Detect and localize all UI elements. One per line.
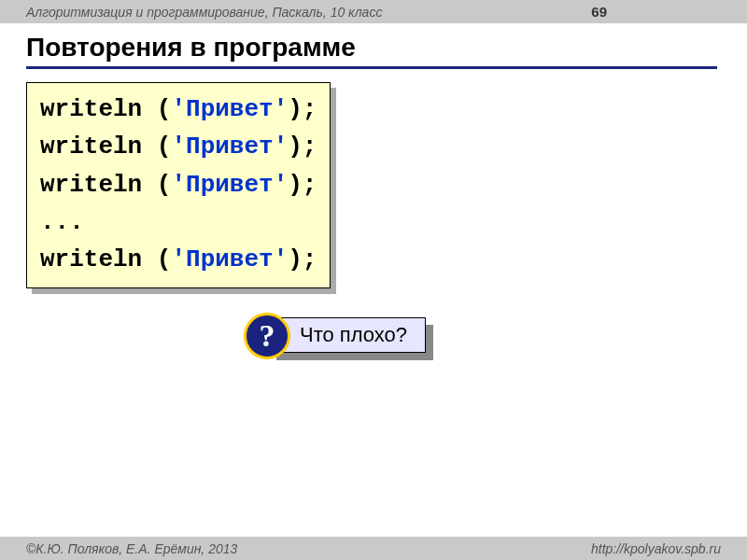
- question-box: ? Что плохо?: [269, 317, 426, 353]
- course-label: Алгоритмизация и программирование, Паска…: [26, 5, 382, 20]
- code-line: writeln ('Привет');: [40, 171, 317, 199]
- slide-header: Алгоритмизация и программирование, Паска…: [0, 0, 747, 23]
- code-string-literal: 'Привет': [171, 95, 288, 123]
- footer-url: http://kpolyakov.spb.ru: [591, 541, 721, 556]
- code-tail: );: [288, 171, 317, 199]
- code-tail: );: [288, 133, 317, 161]
- code-tail: );: [288, 95, 317, 123]
- slide-title: Повторения в программе: [26, 33, 717, 69]
- code-line: ...: [40, 208, 84, 236]
- code-content: writeln ('Привет'); writeln ('Привет'); …: [26, 82, 331, 288]
- code-string-literal: 'Привет': [171, 245, 288, 273]
- code-line: writeln ('Привет');: [40, 95, 317, 123]
- footer-copyright: ©К.Ю. Поляков, Е.А. Ерёмин, 2013: [26, 541, 237, 556]
- question-text: Что плохо?: [300, 323, 407, 347]
- code-call: writeln (: [40, 245, 171, 273]
- code-call: writeln (: [40, 133, 171, 161]
- question-mark-icon: ?: [244, 313, 290, 359]
- code-block: writeln ('Привет'); writeln ('Привет'); …: [26, 82, 331, 288]
- page-number: 69: [591, 4, 607, 20]
- code-string-literal: 'Привет': [171, 171, 288, 199]
- question-block: ? Что плохо?: [269, 317, 426, 353]
- code-call: writeln (: [40, 171, 171, 199]
- code-call: writeln (: [40, 95, 171, 123]
- code-line: writeln ('Привет');: [40, 245, 317, 273]
- slide-footer: ©К.Ю. Поляков, Е.А. Ерёмин, 2013 http://…: [0, 537, 747, 560]
- code-line: writeln ('Привет');: [40, 133, 317, 161]
- code-string-literal: 'Привет': [171, 133, 288, 161]
- code-tail: );: [288, 245, 317, 273]
